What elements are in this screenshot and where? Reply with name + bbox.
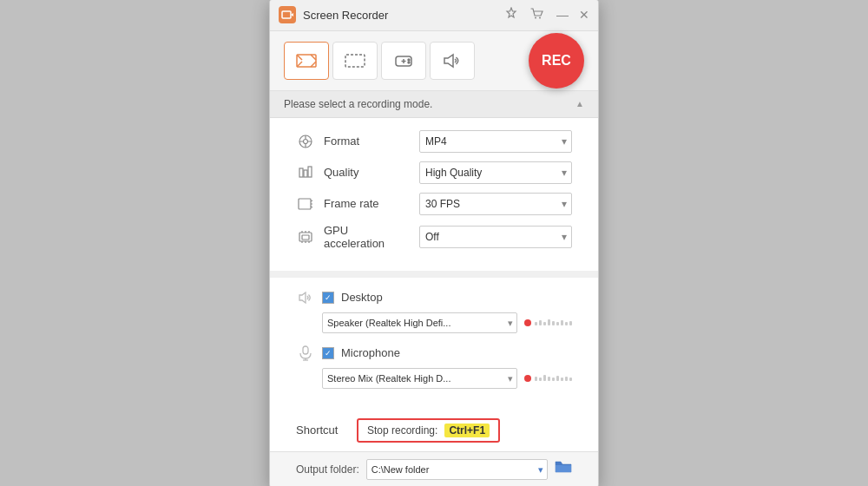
vol-bar-3 [543, 322, 546, 325]
mic-vol-bar-9 [569, 378, 572, 381]
window-title: Screen Recorder [303, 9, 504, 22]
output-folder-select-wrapper: C:\New folder [366, 459, 548, 480]
desktop-label: Desktop [341, 291, 383, 304]
main-window: Screen Recorder — ✕ [269, 0, 599, 486]
svg-marker-37 [299, 292, 306, 303]
minimize-button[interactable]: — [556, 8, 569, 22]
svg-rect-23 [304, 170, 307, 177]
svg-marker-15 [444, 55, 453, 67]
framerate-select-wrapper: 30 FPS 60 FPS 24 FPS 15 FPS [419, 193, 572, 215]
fullscreen-button[interactable] [284, 42, 329, 80]
desktop-device-row: Speaker (Realtek High Defi... [322, 312, 572, 333]
microphone-audio-row: ✓ Microphone [296, 344, 572, 363]
gpu-icon [296, 227, 315, 246]
rec-button[interactable]: REC [529, 33, 584, 89]
desktop-volume-dot [524, 319, 531, 326]
pin-icon[interactable] [504, 7, 518, 23]
vol-bar-9 [569, 321, 572, 325]
svg-point-17 [304, 139, 308, 143]
mic-vol-bar-1 [535, 377, 537, 381]
gpu-label: GPU acceleration [324, 224, 411, 250]
mode-bar: Please select a recording mode. ▲ [270, 91, 598, 118]
mic-vol-bar-5 [552, 378, 555, 381]
vol-bar-7 [561, 320, 563, 325]
output-section: Output folder: C:\New folder [270, 451, 598, 487]
cart-icon[interactable] [530, 7, 544, 23]
browse-folder-icon[interactable] [555, 459, 572, 479]
microphone-device-select[interactable]: Stereo Mix (Realtek High D... [322, 368, 517, 389]
svg-line-5 [297, 55, 302, 60]
svg-line-8 [311, 62, 316, 67]
mic-volume-dot [524, 375, 531, 382]
desktop-device-select-wrapper: Speaker (Realtek High Defi... [322, 312, 517, 333]
microphone-device-select-wrapper: Stereo Mix (Realtek High D... [322, 368, 517, 389]
svg-point-3 [539, 16, 541, 18]
audio-only-button[interactable] [430, 42, 475, 80]
desktop-volume-bars [535, 319, 572, 325]
region-button[interactable] [332, 42, 378, 80]
quality-label: Quality [324, 166, 411, 179]
desktop-checkbox[interactable]: ✓ [322, 292, 334, 304]
svg-rect-9 [345, 55, 365, 67]
desktop-volume-indicator [524, 319, 572, 326]
framerate-label: Frame rate [324, 197, 411, 210]
microphone-volume-indicator [524, 375, 572, 382]
output-folder-label: Output folder: [296, 463, 359, 476]
svg-point-13 [408, 59, 410, 61]
mic-vol-bar-8 [565, 377, 568, 381]
desktop-audio-icon [296, 288, 315, 307]
microphone-volume-bars [535, 375, 572, 381]
microphone-checkbox[interactable]: ✓ [322, 347, 334, 359]
settings-section: Format MP4 AVI MOV WMV Quality [270, 118, 598, 271]
titlebar-controls: — ✕ [556, 8, 589, 22]
vol-bar-5 [552, 321, 555, 325]
close-button[interactable]: ✕ [579, 8, 589, 22]
mode-arrow-icon: ▲ [575, 99, 584, 108]
svg-rect-25 [299, 199, 311, 209]
framerate-icon [296, 194, 315, 213]
gpu-row: GPU acceleration Off On [296, 224, 572, 250]
svg-rect-38 [303, 346, 308, 354]
svg-rect-24 [308, 167, 312, 177]
shortcut-key: Ctrl+F1 [444, 424, 490, 437]
toolbar: REC [270, 31, 598, 91]
mic-vol-bar-4 [548, 377, 550, 381]
mic-vol-bar-3 [543, 375, 546, 381]
format-icon [296, 132, 315, 151]
microphone-audio-icon [296, 344, 315, 363]
svg-rect-22 [299, 168, 303, 177]
quality-row: Quality High Quality Medium Quality Low … [296, 161, 572, 184]
stop-recording-text: Stop recording: [367, 424, 437, 437]
mode-text: Please select a recording mode. [284, 98, 432, 110]
vol-bar-1 [535, 322, 537, 325]
gpu-select-wrapper: Off On [419, 226, 572, 248]
quality-select[interactable]: High Quality Medium Quality Low Quality [419, 161, 572, 184]
divider-1 [270, 271, 598, 278]
svg-line-6 [311, 55, 316, 60]
svg-rect-30 [302, 235, 309, 240]
audio-section: ✓ Desktop Speaker (Realtek High Defi... [270, 278, 598, 410]
svg-point-2 [535, 16, 536, 18]
mic-vol-bar-7 [561, 378, 563, 381]
gpu-select[interactable]: Off On [419, 226, 572, 248]
shortcut-label: Shortcut [296, 424, 348, 437]
format-row: Format MP4 AVI MOV WMV [296, 130, 572, 153]
vol-bar-8 [565, 322, 568, 325]
vol-bar-2 [539, 320, 542, 325]
desktop-audio-row: ✓ Desktop [296, 288, 572, 307]
framerate-row: Frame rate 30 FPS 60 FPS 24 FPS 15 FPS [296, 193, 572, 215]
svg-rect-0 [282, 11, 291, 18]
mic-vol-bar-6 [556, 376, 559, 381]
svg-point-14 [408, 62, 410, 63]
format-select[interactable]: MP4 AVI MOV WMV [419, 130, 572, 153]
titlebar-actions [504, 7, 544, 23]
game-button[interactable] [381, 42, 426, 80]
desktop-device-select[interactable]: Speaker (Realtek High Defi... [322, 312, 517, 333]
format-label: Format [324, 135, 411, 148]
svg-line-7 [297, 62, 302, 67]
microphone-device-row: Stereo Mix (Realtek High D... [322, 368, 572, 389]
quality-icon [296, 163, 315, 182]
mic-vol-bar-2 [539, 378, 542, 381]
output-folder-select[interactable]: C:\New folder [366, 459, 548, 480]
framerate-select[interactable]: 30 FPS 60 FPS 24 FPS 15 FPS [419, 193, 572, 215]
